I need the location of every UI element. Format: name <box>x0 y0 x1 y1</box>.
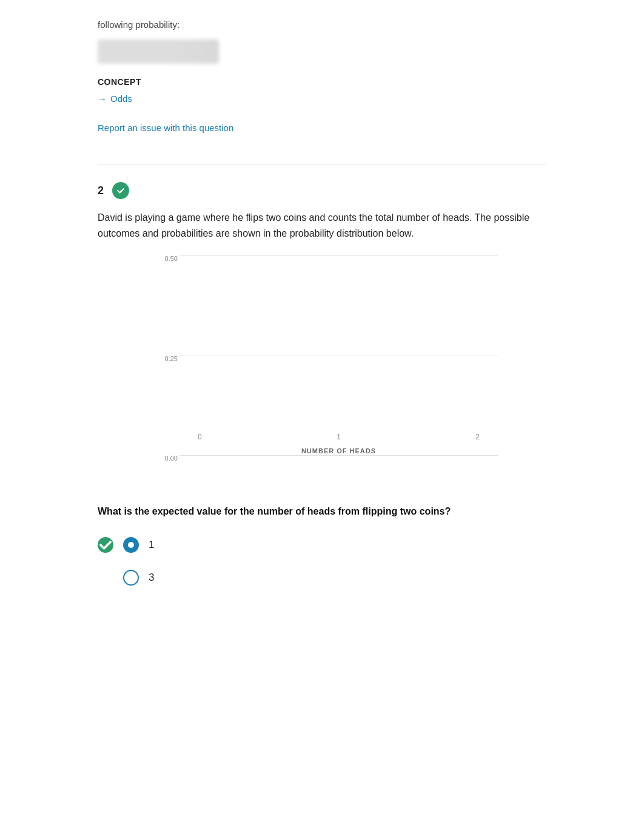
x-label-0: 0 <box>198 431 202 442</box>
x-axis-labels: 0 1 2 <box>179 424 498 442</box>
answer-value-2: 3 <box>149 570 154 586</box>
answer-value-1: 1 <box>149 537 154 553</box>
formula-image <box>98 39 219 64</box>
question-header: 2 <box>98 182 546 199</box>
top-section: following probability: CONCEPT → Odds Re… <box>98 12 546 147</box>
radio-inner-dot <box>128 542 134 548</box>
question-number: 2 <box>98 183 104 199</box>
question-section: 2 David is playing a game where he flips… <box>98 182 546 586</box>
section-divider <box>98 164 546 165</box>
arrow-right-icon: → <box>98 92 107 106</box>
bars-container <box>179 255 498 424</box>
x-axis-title: NUMBER OF HEADS <box>179 446 498 456</box>
page-container: following probability: CONCEPT → Odds Re… <box>79 0 565 615</box>
answer-row-1[interactable]: 1 <box>98 537 546 553</box>
correct-check-icon <box>98 537 113 553</box>
odds-link[interactable]: → Odds <box>98 92 546 106</box>
correct-badge <box>112 182 129 199</box>
checkmark-icon-answer <box>98 537 113 553</box>
x-label-2: 2 <box>475 431 480 442</box>
report-issue-link[interactable]: Report an issue with this question <box>98 121 233 135</box>
y-label-bottom: 0.00 <box>165 455 178 462</box>
answer-row-2[interactable]: 3 <box>98 570 546 586</box>
x-label-1: 1 <box>337 431 341 442</box>
checkmark-icon <box>116 186 126 195</box>
main-question-text: What is the expected value for the numbe… <box>98 504 546 519</box>
radio-unselected[interactable] <box>123 570 139 586</box>
y-label-mid: 0.25 <box>165 356 178 362</box>
answers-section: 1 3 <box>98 537 546 586</box>
y-axis: 0.50 0.25 0.00 <box>146 255 183 462</box>
radio-selected[interactable] <box>123 537 139 553</box>
odds-link-text: Odds <box>110 92 132 106</box>
concept-section: CONCEPT → Odds <box>98 76 546 106</box>
chart-container: 0.50 0.25 0.00 <box>146 255 498 486</box>
following-probability-text: following probability: <box>98 18 546 32</box>
concept-label: CONCEPT <box>98 76 546 89</box>
question-description: David is playing a game where he flips t… <box>98 210 546 241</box>
y-label-top: 0.50 <box>165 255 178 262</box>
